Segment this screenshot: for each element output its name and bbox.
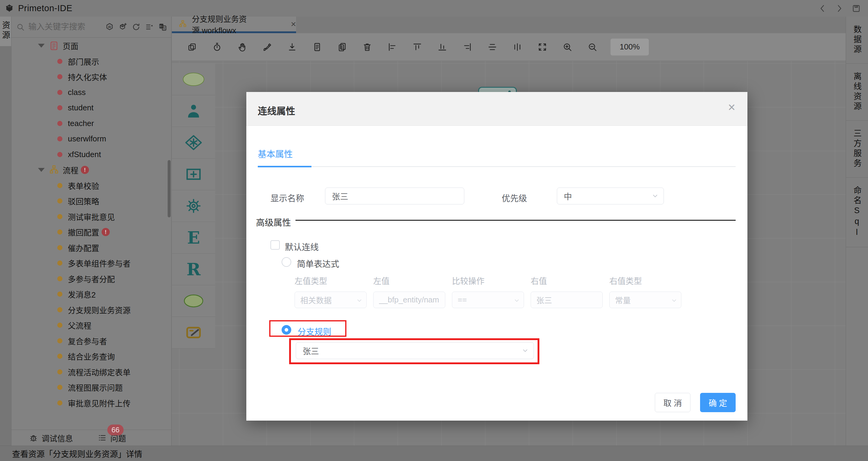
rail-tab-2[interactable]: 三方服务 <box>846 121 868 178</box>
default-line-checkbox[interactable] <box>271 240 280 250</box>
tree-item-label: 父流程 <box>68 319 91 331</box>
zoom-level-indicator[interactable]: 100% <box>611 39 649 56</box>
zoom-in-icon[interactable] <box>563 42 572 52</box>
caret-down-icon[interactable] <box>38 44 44 48</box>
delete-trash-icon[interactable] <box>362 42 372 52</box>
resource-dot <box>57 136 62 142</box>
tree-item[interactable]: userwlform <box>11 131 171 147</box>
sort-list-icon[interactable] <box>145 23 154 31</box>
palette-start-node[interactable] <box>172 64 215 95</box>
distribute-horizontal-icon[interactable] <box>513 42 522 52</box>
save-floppy-icon[interactable] <box>852 4 861 13</box>
tree-item[interactable]: xfStudent <box>11 147 171 162</box>
format-brush-icon[interactable] <box>262 42 272 52</box>
rail-tab-1[interactable]: 离线资源 <box>846 64 868 121</box>
tree-item[interactable]: 复合参与者 <box>11 333 171 349</box>
close-tab-icon[interactable]: × <box>291 20 296 29</box>
palette-end-node[interactable] <box>172 285 215 317</box>
align-left-icon[interactable] <box>388 42 397 52</box>
app-logo-icon <box>5 4 14 13</box>
fit-screen-icon[interactable] <box>537 42 547 52</box>
tree-item-label: 结合业务查询 <box>68 351 115 362</box>
palette-annotation-node[interactable] <box>172 317 215 348</box>
forward-chevron-icon[interactable] <box>835 4 844 13</box>
tree-item-label: teacher <box>68 119 94 128</box>
default-line-label: 默认连线 <box>285 241 319 253</box>
search-input[interactable] <box>28 22 105 32</box>
translate-icon[interactable]: En文 <box>158 23 167 31</box>
rail-tab-0[interactable]: 数据源 <box>846 17 868 64</box>
palette-subprocess-node[interactable] <box>172 159 215 190</box>
tree-group-8[interactable]: 流程! <box>11 162 171 178</box>
tree-item[interactable]: 结合业务查询 <box>11 348 171 364</box>
align-bottom-icon[interactable] <box>437 42 447 52</box>
problems-count-badge: 66 <box>107 425 124 435</box>
simple-expression-radio[interactable] <box>282 257 291 267</box>
rail-tab-resources[interactable]: 资源 <box>0 17 11 46</box>
tree-item[interactable]: class <box>11 85 171 100</box>
palette-participant-node[interactable] <box>172 95 215 127</box>
back-chevron-icon[interactable] <box>818 4 827 13</box>
palette-automation-node[interactable] <box>172 190 215 222</box>
tree-item[interactable]: 父流程 <box>11 317 171 333</box>
tree-item-label: 复合参与者 <box>68 335 107 346</box>
cancel-button[interactable]: 取 消 <box>655 393 690 412</box>
tree-item[interactable]: 测试审批意见 <box>11 209 171 225</box>
debug-info-button[interactable]: 调试信息 <box>29 432 73 443</box>
palette-letter-r-node[interactable]: R <box>172 253 215 285</box>
status-text: 查看资源「分支规则业务资源」详情 <box>12 448 142 460</box>
distribute-vertical-icon[interactable] <box>488 42 497 52</box>
download-icon[interactable] <box>287 42 297 52</box>
rail-tab-3[interactable]: 命名Sql <box>846 178 868 247</box>
tree-item[interactable]: student <box>11 100 171 116</box>
copy-icon[interactable] <box>187 42 197 52</box>
tree-item[interactable]: 同表单父流程 <box>11 411 171 414</box>
tree-item[interactable]: teacher <box>11 116 171 131</box>
tab-basic-properties[interactable]: 基本属性 <box>258 147 293 160</box>
page-doc-icon <box>49 41 59 51</box>
tree-item[interactable]: 流程图展示问题 <box>11 379 171 395</box>
advanced-section-divider <box>296 220 736 221</box>
priority-select[interactable]: 中 <box>557 188 664 205</box>
tree-group-0[interactable]: 页面 <box>11 38 171 54</box>
tree-item[interactable]: 流程活动绑定表单 <box>11 364 171 380</box>
zoom-out-icon[interactable] <box>588 42 597 52</box>
tree-item[interactable]: 审批意见附件上传 <box>11 395 171 411</box>
tree-item[interactable]: 发消息2 <box>11 286 171 302</box>
status-bar: 查看资源「分支规则业务资源」详情 <box>0 445 868 461</box>
document-icon[interactable] <box>312 42 322 52</box>
tree-item[interactable]: 驳回策略 <box>11 193 171 209</box>
resource-dot <box>57 260 62 266</box>
tree-item[interactable]: 催办配置 <box>11 240 171 256</box>
tree-item[interactable]: 多表单组件参与者 <box>11 255 171 271</box>
refresh-icon[interactable] <box>132 23 141 31</box>
timer-icon[interactable] <box>212 42 222 52</box>
left-rail: 资源 <box>0 17 11 445</box>
expression-field-value: 常量 <box>615 294 631 305</box>
dialog-title: 连线属性 <box>258 103 295 117</box>
document-copy-icon[interactable] <box>337 42 347 52</box>
tree-item[interactable]: 分支规则业务资源 <box>11 302 171 318</box>
ok-button[interactable]: 确 定 <box>700 393 736 412</box>
tree-item[interactable]: 撤回配置! <box>11 224 171 240</box>
window-actions <box>818 0 861 17</box>
tree-item[interactable]: 表单校验 <box>11 178 171 193</box>
sidebar-footer: 调试信息 问题 66 <box>11 430 171 445</box>
caret-down-icon[interactable] <box>38 168 44 172</box>
tree-item[interactable]: 部门展示 <box>11 54 171 69</box>
dialog-close-icon[interactable]: × <box>728 101 735 114</box>
align-right-icon[interactable] <box>463 42 472 52</box>
ai-assistant-icon[interactable]: AI <box>105 23 114 31</box>
new-resource-cube-icon[interactable] <box>119 23 127 31</box>
display-name-input[interactable]: 张三 <box>325 188 464 205</box>
palette-letter-e-node[interactable]: E <box>172 222 215 253</box>
tree-item[interactable]: 多参与者分配 <box>11 271 171 287</box>
tree-scrollbar[interactable] <box>167 160 170 217</box>
tree-item[interactable]: 持久化实体 <box>11 69 171 85</box>
letter-glyph: E <box>187 229 200 246</box>
document-tab[interactable]: 分支规则业务资源.workflowx × <box>172 17 296 33</box>
pan-hand-icon[interactable] <box>237 42 247 52</box>
align-top-icon[interactable] <box>412 42 422 52</box>
palette-decision-node[interactable] <box>172 127 215 159</box>
display-name-label: 显示名称 <box>271 192 304 204</box>
